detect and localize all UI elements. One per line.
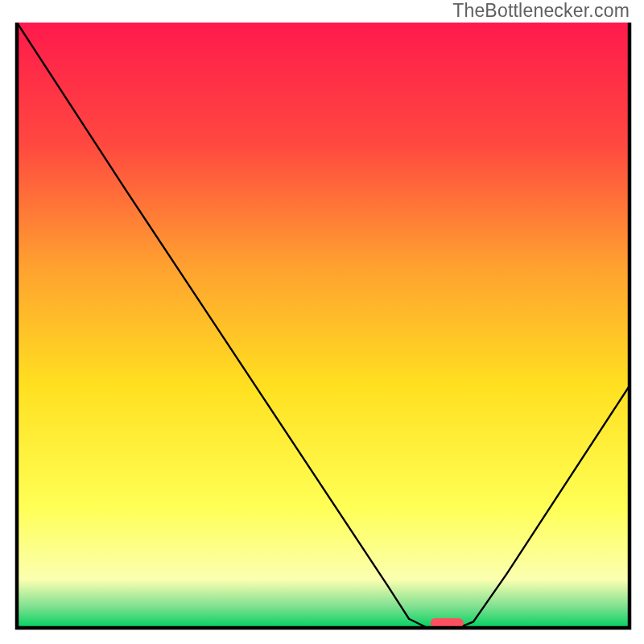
bottleneck-chart xyxy=(0,0,644,644)
attribution-label: TheBottlenecker.com xyxy=(452,0,630,22)
chart-background-gradient xyxy=(17,23,630,628)
